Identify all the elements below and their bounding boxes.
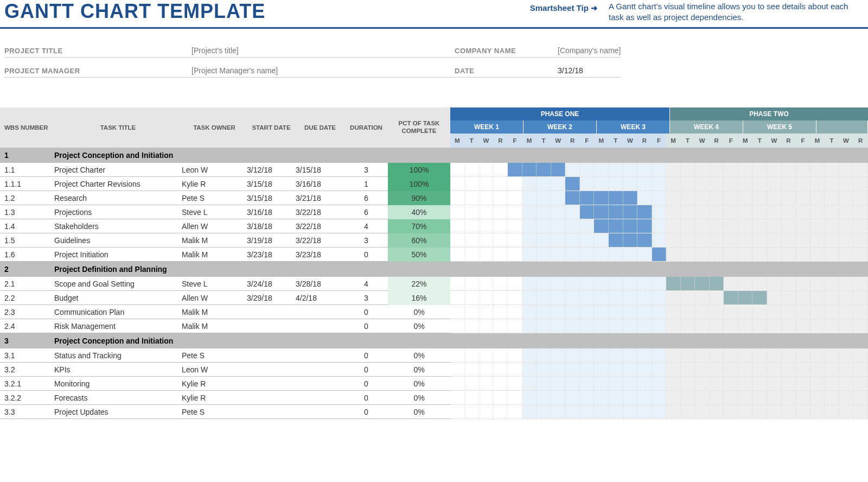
- gantt-empty-cell: [796, 277, 810, 290]
- gantt-empty-cell: [652, 319, 667, 333]
- gantt-empty-cell: [782, 377, 796, 390]
- gantt-empty-cell: [594, 305, 609, 319]
- day-header: MTWRFMTWRFMTWRFMTWRFMTWRFMTWR: [450, 134, 868, 148]
- gantt-empty-cell: [551, 233, 566, 247]
- task-row[interactable]: 3.2.2ForecastsKylie R00%: [0, 391, 450, 405]
- task-row[interactable]: 1.5GuidelinesMalik M3/19/183/22/18360%: [0, 233, 450, 248]
- task-row[interactable]: 2.4Risk ManagementMalik M00%: [0, 319, 450, 333]
- gantt-row[interactable]: [450, 277, 868, 291]
- task-start: 3/15/18: [247, 194, 296, 202]
- task-duration: 4: [344, 280, 388, 288]
- gantt-empty-cell: [853, 291, 868, 305]
- gantt-empty-cell: [767, 248, 782, 261]
- gantt-empty-cell: [752, 163, 767, 176]
- project-title-value[interactable]: [Project's title]: [192, 46, 239, 55]
- gantt-empty-cell: [565, 233, 580, 247]
- task-pct: 90%: [388, 191, 450, 205]
- gantt-empty-cell: [465, 177, 480, 191]
- gantt-empty-cell: [767, 233, 782, 247]
- task-row[interactable]: 1.6Project InitiationMalik M3/23/183/23/…: [0, 248, 450, 262]
- gantt-empty-cell: [681, 391, 695, 404]
- gantt-bar-cell: [710, 277, 724, 290]
- gantt-empty-cell: [796, 177, 810, 191]
- gantt-empty-cell: [522, 205, 537, 219]
- task-duration: 3: [344, 294, 388, 302]
- section-row[interactable]: 2Project Definition and Planning: [0, 262, 450, 277]
- task-row[interactable]: 1.1.1Project Charter RevisionsKylie R3/1…: [0, 177, 450, 191]
- task-row[interactable]: 3.1Status and TrackingPete S00%: [0, 348, 450, 363]
- gantt-row[interactable]: [450, 348, 868, 363]
- gantt-empty-cell: [508, 248, 522, 261]
- task-duration: 3: [344, 166, 388, 174]
- gantt-empty-cell: [580, 391, 595, 404]
- day-label: F: [580, 134, 595, 148]
- gantt-empty-cell: [652, 177, 667, 191]
- gantt-row[interactable]: [450, 233, 868, 248]
- gantt-empty-cell: [810, 405, 825, 418]
- smartsheet-tip-link[interactable]: Smartsheet Tip ➜: [530, 0, 598, 13]
- gantt-empty-cell: [853, 277, 868, 290]
- task-row[interactable]: 2.3Communication PlanMalik M00%: [0, 305, 450, 319]
- task-row[interactable]: 1.3ProjectionsSteve L3/16/183/22/18640%: [0, 205, 450, 219]
- project-manager-value[interactable]: [Project Manager's name]: [192, 66, 278, 75]
- gantt-empty-cell: [767, 163, 782, 176]
- section-row[interactable]: 3Project Conception and Initiation: [0, 333, 450, 348]
- gantt-row[interactable]: [450, 219, 868, 233]
- task-row[interactable]: 2.1Scope and Goal SettingSteve L3/24/183…: [0, 277, 450, 291]
- gantt-empty-cell: [767, 363, 782, 376]
- gantt-row[interactable]: [450, 205, 868, 219]
- gantt-row[interactable]: [450, 291, 868, 305]
- task-row[interactable]: 3.2.1MonitoringKylie R00%: [0, 377, 450, 391]
- task-row[interactable]: 1.4StakeholdersAllen W3/18/183/22/18470%: [0, 219, 450, 233]
- task-row[interactable]: 3.2KPIsLeon W00%: [0, 363, 450, 377]
- company-name-value[interactable]: [Company's name]: [558, 46, 621, 55]
- gantt-empty-cell: [796, 377, 810, 390]
- gantt-empty-cell: [537, 219, 551, 233]
- gantt-empty-cell: [551, 277, 566, 290]
- gantt-row[interactable]: [450, 391, 868, 405]
- gantt-row[interactable]: [450, 377, 868, 391]
- company-name-label: COMPANY NAME: [455, 47, 558, 55]
- gantt-empty-cell: [465, 391, 480, 404]
- gantt-empty-cell: [565, 348, 580, 362]
- gantt-row[interactable]: [450, 248, 868, 262]
- gantt-empty-cell: [666, 248, 681, 261]
- gantt-row[interactable]: [450, 305, 868, 319]
- task-row[interactable]: 2.2BudgetAllen W3/29/184/2/18316%: [0, 291, 450, 305]
- task-wbs: 2.2: [0, 294, 54, 302]
- gantt-empty-cell: [738, 233, 753, 247]
- gantt-empty-cell: [666, 233, 681, 247]
- gantt-row[interactable]: [450, 405, 868, 419]
- task-row[interactable]: 3.3Project UpdatesPete S00%: [0, 405, 450, 419]
- gantt-empty-cell: [782, 163, 796, 176]
- gantt-empty-cell: [666, 219, 681, 233]
- gantt-empty-cell: [839, 363, 854, 376]
- gantt-empty-cell: [782, 291, 796, 305]
- gantt-empty-cell: [853, 163, 868, 176]
- gantt-empty-cell: [551, 363, 566, 376]
- gantt-empty-cell: [537, 191, 551, 205]
- gantt-row[interactable]: [450, 177, 868, 191]
- gantt-empty-cell: [594, 277, 609, 290]
- gantt-empty-cell: [609, 248, 623, 261]
- task-row[interactable]: 1.2ResearchPete S3/15/183/21/18690%: [0, 191, 450, 205]
- section-row[interactable]: 1Project Conception and Initiation: [0, 148, 450, 163]
- gantt-row[interactable]: [450, 163, 868, 177]
- task-title: Guidelines: [54, 236, 182, 245]
- task-row[interactable]: 1.1Project CharterLeon W3/12/183/15/1831…: [0, 163, 450, 177]
- gantt-empty-cell: [752, 277, 767, 290]
- gantt-row[interactable]: [450, 363, 868, 377]
- gantt-empty-cell: [752, 405, 767, 418]
- smartsheet-tip-text: A Gantt chart's visual timeline allows y…: [609, 0, 864, 22]
- gantt-empty-cell: [623, 305, 638, 319]
- gantt-row[interactable]: [450, 319, 868, 333]
- gantt-empty-cell: [796, 363, 810, 376]
- gantt-empty-cell: [810, 233, 825, 247]
- task-start: 3/15/18: [247, 180, 296, 188]
- gantt-empty-cell: [796, 391, 810, 404]
- gantt-empty-cell: [767, 348, 782, 362]
- date-value[interactable]: 3/12/18: [558, 66, 583, 75]
- gantt-empty-cell: [580, 219, 595, 233]
- gantt-row[interactable]: [450, 191, 868, 205]
- task-pct: 60%: [388, 233, 450, 248]
